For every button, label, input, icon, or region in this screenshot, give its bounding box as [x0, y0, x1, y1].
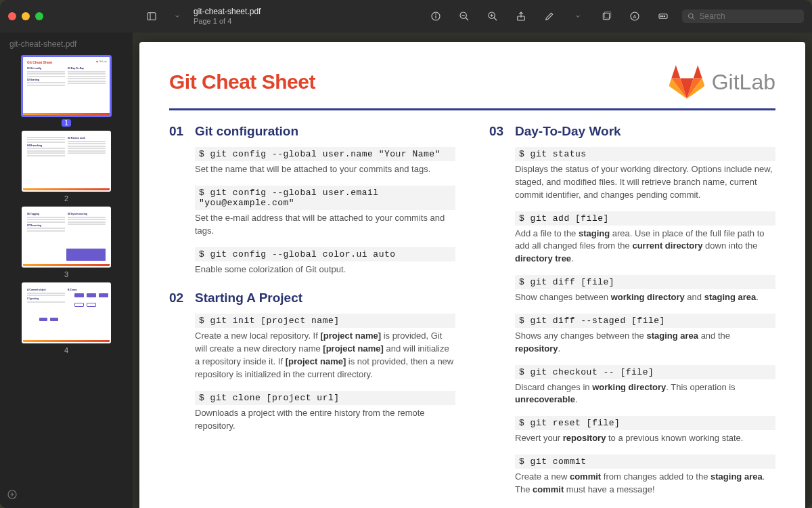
thumbnail-number: 4 — [64, 346, 68, 354]
svg-line-22 — [692, 17, 694, 19]
command-entry: $ git clone [project url]Downloads a pro… — [195, 391, 455, 433]
svg-text:A: A — [633, 14, 637, 20]
command-entry: $ git config --global user.email "you@ex… — [195, 186, 455, 238]
markup-button[interactable] — [540, 7, 559, 26]
command-entry: $ git diff [file]Show changes between wo… — [515, 275, 775, 304]
section-title: Starting A Project — [195, 291, 302, 305]
thumbnail-number: 2 — [64, 194, 68, 203]
command-text: $ git diff [file] — [515, 275, 775, 289]
svg-point-19 — [662, 16, 663, 16]
svg-point-4 — [436, 14, 436, 14]
command-entry: $ git commitCreate a new commit from cha… — [515, 454, 775, 496]
search-field-wrap[interactable] — [682, 9, 804, 23]
gitlab-icon — [669, 65, 705, 99]
page-indicator: Page 1 of 4 — [194, 17, 261, 25]
command-text: $ git init [project name] — [195, 314, 455, 328]
section-01: 01 Git configuration $ git config --glob… — [169, 124, 455, 276]
thumbnail-list: ◆GitLab Git Cheat Sheet 01 Git config02 … — [0, 53, 133, 508]
command-text: $ git diff --staged [file] — [515, 314, 775, 328]
brand-name: GitLab — [712, 70, 775, 95]
command-description: Add a file to the staging area. Use in p… — [515, 228, 775, 266]
zoom-in-button[interactable] — [483, 7, 502, 26]
section-03: 03 Day-To-Day Work $ git statusDisplays … — [489, 124, 775, 496]
thumbnail-sidebar: git-cheat-sheet.pdf ◆GitLab Git Cheat Sh… — [0, 33, 133, 508]
window-controls — [8, 12, 43, 20]
command-entry: $ git checkout -- [file]Discard changes … — [515, 365, 775, 407]
command-description: Enable some colorization of Git output. — [195, 263, 455, 276]
thumbnail-3[interactable]: 06 Tagging07 Reverting 08 Synchronizing … — [22, 207, 111, 278]
workspace: git-cheat-sheet.pdf ◆GitLab Git Cheat Sh… — [0, 33, 812, 508]
thumbnail-2[interactable]: 04 Branching 05 Review work 2 — [22, 131, 111, 203]
svg-line-6 — [466, 18, 468, 20]
command-entry: $ git reset [file]Revert your repository… — [515, 416, 775, 445]
titlebar: git-cheat-sheet.pdf Page 1 of 4 A — [0, 0, 812, 33]
svg-rect-14 — [604, 12, 610, 18]
form-fill-button[interactable] — [654, 7, 673, 26]
thumbnail-number: 1 — [62, 119, 71, 127]
command-entry: $ git config --global color.ui autoEnabl… — [195, 247, 455, 276]
command-description: Create a new local repository. If [proje… — [195, 330, 455, 381]
command-entry: $ git add [file]Add a file to the stagin… — [515, 211, 775, 266]
search-input[interactable] — [700, 12, 798, 21]
command-text: $ git commit — [515, 454, 775, 469]
command-text: $ git checkout -- [file] — [515, 365, 775, 379]
section-number: 02 — [169, 291, 187, 305]
fullscreen-window-button[interactable] — [35, 12, 43, 20]
section-title: Day-To-Day Work — [515, 124, 621, 139]
page-title: Git Cheat Sheet — [169, 70, 315, 93]
command-description: Displays the status of your working dire… — [515, 163, 775, 202]
add-page-button[interactable] — [7, 489, 18, 503]
pdf-page: Git Cheat Sheet GitLab — [139, 42, 805, 508]
search-icon — [687, 12, 696, 21]
command-text: $ git reset [file] — [515, 416, 775, 430]
thumbnail-number: 3 — [64, 270, 68, 278]
command-text: $ git status — [515, 147, 775, 161]
command-entry: $ git statusDisplays the status of your … — [515, 147, 775, 202]
section-02: 02 Starting A Project $ git init [projec… — [169, 291, 455, 432]
thumbnail-4[interactable]: A Commit objectC Ignoring B Zones 4 — [22, 282, 111, 354]
command-description: Create a new commit from changes added t… — [515, 471, 775, 496]
share-button[interactable] — [512, 7, 531, 26]
document-viewer[interactable]: Git Cheat Sheet GitLab — [133, 33, 812, 508]
svg-line-9 — [494, 18, 497, 20]
minimize-window-button[interactable] — [22, 12, 30, 20]
zoom-out-button[interactable] — [455, 7, 474, 26]
command-entry: $ git diff --staged [file]Shows any chan… — [515, 314, 775, 356]
command-text: $ git config --global user.name "Your Na… — [195, 147, 455, 161]
sidebar-mode-dropdown[interactable] — [168, 7, 187, 26]
command-text: $ git config --global user.email "you@ex… — [195, 186, 455, 210]
sidebar-doc-title: git-cheat-sheet.pdf — [0, 33, 133, 53]
command-description: Downloads a project with the entire hist… — [195, 407, 455, 433]
document-title-area: git-cheat-sheet.pdf Page 1 of 4 — [194, 7, 261, 24]
sidebar-toggle-button[interactable] — [142, 7, 161, 26]
command-text: $ git clone [project url] — [195, 391, 455, 405]
command-text: $ git add [file] — [515, 211, 775, 226]
left-column: 01 Git configuration $ git config --glob… — [169, 124, 455, 508]
rotate-button[interactable] — [597, 7, 616, 26]
command-description: Revert your repository to a previous kno… — [515, 432, 775, 445]
command-entry: $ git init [project name]Create a new lo… — [195, 314, 455, 381]
brand-logo: GitLab — [669, 65, 775, 99]
command-entry: $ git config --global user.name "Your Na… — [195, 147, 455, 176]
thumbnail-1[interactable]: ◆GitLab Git Cheat Sheet 01 Git config02 … — [22, 56, 111, 127]
svg-rect-13 — [603, 13, 609, 19]
command-description: Set the e-mail address that will be atta… — [195, 212, 455, 238]
svg-point-21 — [688, 14, 693, 18]
close-window-button[interactable] — [8, 12, 16, 20]
command-text: $ git config --global color.ui auto — [195, 247, 455, 261]
right-column: 03 Day-To-Day Work $ git statusDisplays … — [489, 124, 775, 508]
command-description: Discard changes in working directory. Th… — [515, 381, 775, 407]
section-number: 03 — [489, 124, 507, 139]
command-description: Show changes between working directory a… — [515, 291, 775, 304]
section-number: 01 — [169, 124, 187, 139]
section-title: Git configuration — [195, 124, 298, 139]
markup-dropdown[interactable] — [568, 7, 587, 26]
info-button[interactable] — [426, 7, 445, 26]
svg-rect-0 — [148, 13, 156, 20]
highlight-button[interactable]: A — [625, 7, 644, 26]
command-description: Set the name that will be attached to yo… — [195, 163, 455, 176]
command-description: Shows any changes between the staging ar… — [515, 330, 775, 356]
svg-point-20 — [664, 16, 664, 16]
document-filename: git-cheat-sheet.pdf — [194, 7, 261, 16]
svg-point-18 — [660, 16, 661, 16]
